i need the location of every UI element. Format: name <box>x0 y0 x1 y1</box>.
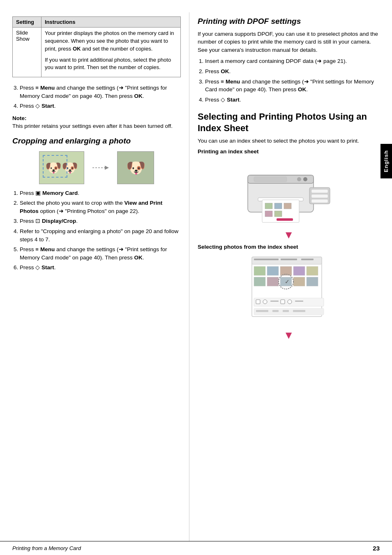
content-area: Setting Instructions Slide Show Your pri… <box>0 0 392 541</box>
printer-illustration <box>235 159 342 224</box>
dpof-intro: If your camera supports DPOF, you can us… <box>198 30 380 54</box>
index-intro: You can use an index sheet to select the… <box>198 137 380 145</box>
table-row: Slide Show Your printer displays the pho… <box>13 28 181 77</box>
dpof-step-1: Insert a memory card containing DPOF dat… <box>205 57 380 65</box>
menu-label-1: Menu <box>40 85 55 91</box>
dpof-title: Printing with DPOF settings <box>198 16 380 27</box>
arrow-down-1: ▼ <box>198 229 380 241</box>
crop-source-image: 🐶🐶 <box>39 151 84 184</box>
footer: Printing from a Memory Card 23 <box>0 541 392 555</box>
svg-rect-17 <box>254 177 287 182</box>
svg-rect-25 <box>267 266 279 275</box>
svg-rect-45 <box>272 310 279 312</box>
right-column: Printing with DPOF settings If your came… <box>189 12 392 541</box>
table-instructions-2: If you want to print additional photos, … <box>45 56 177 72</box>
menu-icon-3: ≡ <box>221 79 224 85</box>
dpof-section: Printing with DPOF settings If your came… <box>198 16 380 104</box>
page: English Setting Instructions Slide Show … <box>0 0 392 555</box>
table-cell-instructions: Your printer displays the photos on the … <box>42 28 181 77</box>
svg-rect-33 <box>307 277 318 286</box>
svg-rect-21 <box>254 259 279 260</box>
svg-rect-47 <box>293 310 305 312</box>
svg-rect-44 <box>256 310 268 312</box>
arrow-svg <box>92 164 109 172</box>
side-tab-english: English <box>380 144 392 178</box>
svg-rect-13 <box>311 199 328 203</box>
view-print-label: View and Print Photos <box>20 200 162 214</box>
svg-rect-37 <box>270 301 279 302</box>
crop-step-5: Press ≡ Menu and change the settings (➜ … <box>20 245 181 261</box>
svg-point-16 <box>297 177 301 181</box>
dog-icon-2: 🐶 <box>126 159 145 177</box>
menu-label-2: Menu <box>40 246 55 252</box>
svg-rect-12 <box>311 194 328 198</box>
footer-left-text: Printing from a Memory Card <box>12 545 81 551</box>
crop-arrow <box>92 164 109 172</box>
index-section: Selecting and Printing Photos Using an I… <box>198 111 380 342</box>
crop-step-4: Refer to "Cropping and enlarging a photo… <box>20 227 181 243</box>
dpof-step-3: Press ≡ Menu and change the settings (➜ … <box>205 78 380 94</box>
step-3-left: Press ≡ Menu and change the settings (➜ … <box>20 84 181 100</box>
cropping-steps: Press ▣ Memory Card. Select the photo yo… <box>20 189 181 272</box>
start-dpof-4: Start <box>227 97 240 103</box>
svg-rect-18 <box>277 218 293 221</box>
note-box: Note: This printer retains your settings… <box>12 114 181 130</box>
svg-rect-7 <box>284 203 291 209</box>
start-label-2: Start <box>42 264 54 271</box>
steps-after-table: Press ≡ Menu and change the settings (➜ … <box>20 84 181 110</box>
table-header-setting: Setting <box>13 17 42 28</box>
svg-rect-29 <box>254 277 265 286</box>
svg-rect-24 <box>254 266 265 275</box>
display-crop-label: Display/Crop <box>42 218 76 224</box>
start-label-1: Start <box>42 103 54 109</box>
svg-marker-1 <box>105 166 109 170</box>
svg-rect-20 <box>252 257 322 264</box>
crop-images: 🐶🐶 🐶 <box>12 151 181 184</box>
left-column: Setting Instructions Slide Show Your pri… <box>0 12 189 541</box>
svg-rect-9 <box>274 211 282 217</box>
crop-step-1: Press ▣ Memory Card. <box>20 189 181 197</box>
note-label: Note: <box>12 115 27 121</box>
svg-rect-22 <box>281 259 297 260</box>
crop-step-3: Press ⊡ Display/Crop. <box>20 217 181 225</box>
cropping-title: Cropping and enlarging a photo <box>12 136 181 146</box>
svg-rect-46 <box>283 310 289 312</box>
svg-rect-38 <box>281 300 285 304</box>
ok-label-2: OK <box>134 254 142 261</box>
display-crop-icon: ⊡ <box>35 218 40 224</box>
svg-text:✓: ✓ <box>285 278 290 285</box>
selecting-photos-label: Selecting photos from the index sheet <box>198 243 380 251</box>
arrow-down-2: ▼ <box>198 329 380 342</box>
ok-dpof-3: OK <box>298 86 306 92</box>
menu-icon-2: ≡ <box>35 246 39 252</box>
ok-label-1: OK <box>134 93 142 99</box>
footer-page-number: 23 <box>373 545 380 552</box>
table-header-instructions: Instructions <box>42 17 181 28</box>
svg-point-36 <box>263 300 267 304</box>
svg-rect-35 <box>256 300 260 304</box>
settings-table: Setting Instructions Slide Show Your pri… <box>12 16 181 77</box>
svg-rect-28 <box>307 266 318 275</box>
table-instructions-1: Your printer displays the photos on the … <box>45 30 177 53</box>
menu-label-3: Menu <box>226 79 240 85</box>
cropping-section: Cropping and enlarging a photo 🐶🐶 <box>12 136 181 272</box>
svg-rect-26 <box>280 266 292 275</box>
crop-result-image: 🐶 <box>117 151 154 184</box>
memory-card-icon: ▣ <box>35 190 41 196</box>
crop-step-6: Press ◇ Start. <box>20 264 181 272</box>
svg-rect-40 <box>295 301 303 302</box>
svg-rect-23 <box>301 259 314 260</box>
menu-icon-1: ≡ <box>35 85 39 91</box>
svg-rect-8 <box>265 211 272 217</box>
svg-point-15 <box>303 177 307 181</box>
svg-rect-30 <box>267 277 279 286</box>
dpof-step-2: Press OK. <box>205 67 380 76</box>
svg-rect-6 <box>274 203 282 209</box>
table-cell-setting: Slide Show <box>13 28 42 77</box>
dpof-step-4: Press ◇ Start. <box>205 96 380 104</box>
ok-bold-1: OK <box>73 46 81 52</box>
step-4-left: Press ◇ Start. <box>20 102 181 110</box>
note-content: Note: This printer retains your settings… <box>12 114 181 130</box>
index-title: Selecting and Printing Photos Using an I… <box>198 111 380 134</box>
printing-index-sheet-title: Printing an index sheet <box>198 148 380 155</box>
